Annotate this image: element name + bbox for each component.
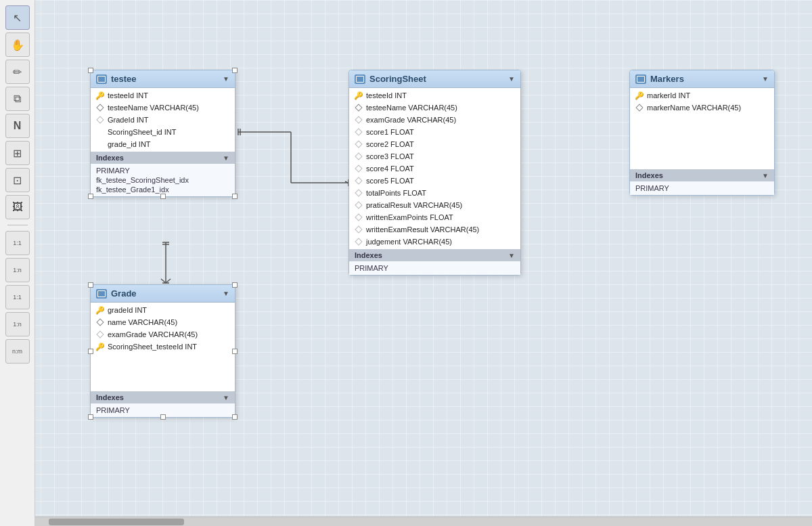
resize-tl[interactable] [88, 68, 93, 73]
indexes-header-scoringsheet[interactable]: Indexes ▼ [349, 249, 520, 261]
key-icon: 🔑 [96, 91, 104, 100]
field-ss-score1: score1 FLOAT [349, 126, 520, 138]
table-dropdown-grade[interactable]: ▼ [223, 290, 229, 297]
field-ss-praticalresult: praticalResult VARCHAR(45) [349, 199, 520, 211]
diamond-empty-icon [96, 116, 104, 124]
field-ss-examgrade: examGrade VARCHAR(45) [349, 114, 520, 126]
table-dropdown-testee[interactable]: ▼ [223, 75, 229, 83]
diamond-empty-g-eg [96, 330, 104, 338]
table-dropdown-scoringsheet[interactable]: ▼ [508, 75, 515, 83]
resize-br[interactable] [232, 194, 238, 199]
table-header-grade[interactable]: Grade ▼ [91, 285, 235, 303]
horizontal-scrollbar[interactable] [35, 517, 812, 526]
index-primary-grade: PRIMARY [96, 406, 229, 415]
field-markerid: 🔑 markerId INT [630, 89, 774, 102]
diamond-empty-ss-wp [355, 213, 363, 221]
field-testeeId: 🔑 testeeId INT [91, 89, 235, 102]
table-fields-testee: 🔑 testeeId INT testeeName VARCHAR(45) Gr… [91, 88, 235, 152]
field-gradeId: GradeId INT [91, 114, 235, 126]
index-primary-ss: PRIMARY [355, 263, 515, 273]
grade-spacer [91, 354, 235, 391]
field-scoringSheet-id: ScoringSheet_id INT [91, 126, 235, 138]
field-markername: markerName VARCHAR(45) [630, 102, 774, 114]
hand-tool[interactable]: ✋ [5, 32, 30, 57]
layers-tool[interactable]: ⧉ [5, 87, 30, 111]
table-dropdown-markers[interactable]: ▼ [762, 75, 769, 83]
key-icon-ss: 🔑 [355, 91, 363, 100]
no-icon2 [96, 140, 104, 148]
field-ss-judgement: judgement VARCHAR(45) [349, 236, 520, 248]
table-fields-scoringsheet: 🔑 testeeId INT testeeName VARCHAR(45) ex… [349, 88, 520, 249]
resize-grade-rm[interactable] [232, 349, 238, 354]
table-scoringsheet[interactable]: ScoringSheet ▼ 🔑 testeeId INT testeeName… [348, 70, 521, 276]
ratio-1-n-tool[interactable]: 1:n [5, 258, 30, 282]
resize-bl[interactable] [88, 194, 93, 199]
ratio-1-1b-tool[interactable]: 1:1 [5, 285, 30, 309]
indexes-dropdown-grade[interactable]: ▼ [223, 394, 229, 401]
table-header-scoringsheet[interactable]: ScoringSheet ▼ [349, 70, 520, 88]
index-primary-testee: PRIMARY [96, 166, 229, 175]
relation-tool[interactable]: ⊡ [5, 168, 30, 192]
diamond-icon-g [96, 318, 104, 326]
table-fields-grade: 🔑 gradeId INT name VARCHAR(45) examGrade… [91, 303, 235, 354]
diamond-empty-ss-s3 [355, 152, 363, 160]
diamond-icon [96, 104, 104, 112]
separator1 [7, 225, 28, 225]
diamond-empty-ss-j [355, 238, 363, 246]
ratio-n-m-tool[interactable]: n:m [5, 339, 30, 364]
diamond-empty-ss-pr [355, 201, 363, 209]
resize-bm[interactable] [160, 194, 166, 199]
resize-tr[interactable] [232, 68, 238, 73]
scrollbar-thumb[interactable] [49, 519, 184, 525]
diamond-empty-ss-wr [355, 225, 363, 234]
diamond-empty-ss-s1 [355, 128, 363, 136]
diamond-empty-ss-eg [355, 116, 363, 124]
field-ss-score2: score2 FLOAT [349, 138, 520, 150]
svg-line-11 [161, 279, 166, 283]
diamond-empty-ss-s4 [355, 165, 363, 173]
indexes-content-markers: PRIMARY [630, 181, 774, 195]
indexes-content-testee: PRIMARY fk_testee_ScoringSheet_idx fk_te… [91, 164, 235, 196]
table-tool[interactable]: ⊞ [5, 141, 30, 165]
key-icon-g: 🔑 [96, 306, 104, 314]
indexes-header-grade[interactable]: Indexes ▼ [91, 391, 235, 403]
table-fields-markers: 🔑 markerId INT markerName VARCHAR(45) [630, 88, 774, 115]
table-icon-markers [635, 74, 646, 84]
index-fk-scoringsheet: fk_testee_ScoringSheet_idx [96, 175, 229, 185]
table-grade[interactable]: Grade ▼ 🔑 gradeId INT name VARCHAR(45) e… [90, 284, 235, 418]
eraser-tool[interactable]: ✏ [5, 60, 30, 84]
indexes-dropdown-testee[interactable]: ▼ [223, 154, 229, 162]
field-scoringsheet-testeeid: 🔑 ScoringSheet_testeeId INT [91, 341, 235, 353]
indexes-dropdown-markers[interactable]: ▼ [762, 172, 769, 179]
image-tool[interactable]: 🖼 [5, 195, 30, 219]
index-fk-grade1: fk_testee_Grade1_idx [96, 185, 229, 194]
resize-grade-lm[interactable] [88, 349, 93, 354]
table-header-markers[interactable]: Markers ▼ [630, 70, 774, 88]
no-icon [96, 128, 104, 136]
table-testee[interactable]: testee ▼ 🔑 testeeId INT testeeName VARCH… [90, 70, 235, 197]
indexes-header-markers[interactable]: Indexes ▼ [630, 169, 774, 181]
text-tool[interactable]: N [5, 114, 30, 138]
cursor-tool[interactable]: ↖ [5, 5, 30, 30]
indexes-header-testee[interactable]: Indexes ▼ [91, 152, 235, 164]
table-markers[interactable]: Markers ▼ 🔑 markerId INT markerName VARC… [629, 70, 775, 196]
svg-line-12 [166, 279, 171, 283]
resize-grade-br[interactable] [232, 414, 238, 420]
field-testeeName: testeeName VARCHAR(45) [91, 102, 235, 114]
resize-grade-bl[interactable] [88, 414, 93, 420]
indexes-dropdown-ss[interactable]: ▼ [508, 252, 515, 259]
key-icon-m: 🔑 [635, 91, 644, 100]
table-header-testee[interactable]: testee ▼ [91, 70, 235, 88]
ratio-1-nb-tool[interactable]: 1:n [5, 312, 30, 336]
diamond-icon-m [635, 104, 644, 112]
resize-grade-tr[interactable] [232, 282, 238, 288]
resize-grade-bm[interactable] [160, 414, 166, 420]
toolbar: ↖ ✋ ✏ ⧉ N ⊞ ⊡ 🖼 1:1 1:n 1:1 1:n n:m [0, 0, 35, 526]
canvas: ↖ ✋ ✏ ⧉ N ⊞ ⊡ 🖼 1:1 1:n 1:1 1:n n:m [0, 0, 812, 526]
diamond-empty-ss-s5 [355, 177, 363, 185]
index-primary-markers: PRIMARY [635, 183, 769, 193]
field-ss-score5: score5 FLOAT [349, 175, 520, 187]
resize-grade-tl[interactable] [88, 282, 93, 288]
ratio-1-1-tool[interactable]: 1:1 [5, 231, 30, 255]
field-gradeid: 🔑 gradeId INT [91, 304, 235, 316]
